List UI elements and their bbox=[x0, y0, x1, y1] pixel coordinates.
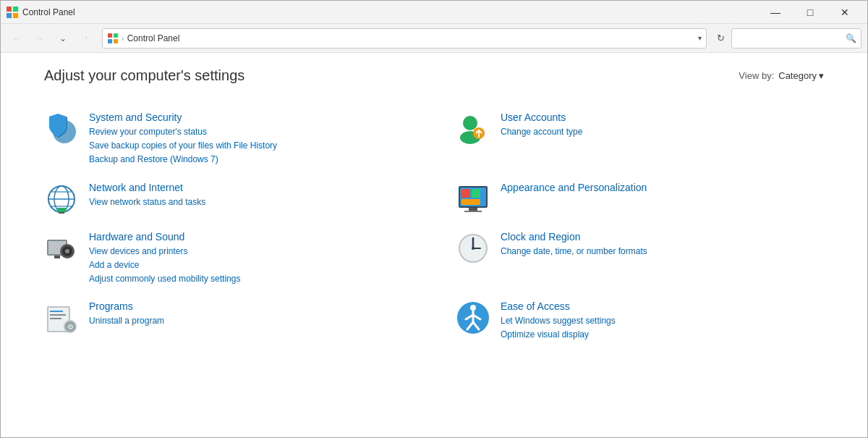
category-system-security[interactable]: System and Security Review your computer… bbox=[44, 104, 412, 174]
ease-of-access-link-2[interactable]: Optimize visual display bbox=[501, 328, 616, 342]
category-ease-of-access[interactable]: Ease of Access Let Windows suggest setti… bbox=[456, 293, 824, 349]
svg-rect-24 bbox=[469, 208, 477, 211]
svg-text:⚙: ⚙ bbox=[67, 323, 74, 331]
address-text: Control Panel bbox=[127, 33, 695, 43]
category-clock-region[interactable]: Clock and Region Change date, time, or n… bbox=[456, 224, 824, 294]
network-internet-content: Network and Internet View network status… bbox=[89, 182, 205, 209]
main-window: Control Panel — □ ✕ ← → ⌄ ↑ › Control Pa… bbox=[0, 0, 868, 438]
network-internet-title[interactable]: Network and Internet bbox=[89, 182, 205, 193]
svg-rect-39 bbox=[50, 311, 63, 312]
svg-rect-18 bbox=[59, 212, 64, 214]
address-icon bbox=[107, 33, 119, 44]
svg-rect-0 bbox=[7, 7, 12, 12]
user-accounts-icon bbox=[456, 111, 490, 146]
svg-point-30 bbox=[65, 249, 69, 253]
category-programs[interactable]: ⚙ Programs Uninstall a program bbox=[44, 293, 412, 349]
categories-grid: System and Security Review your computer… bbox=[44, 104, 824, 350]
view-by-control: View by: Category ▾ bbox=[739, 70, 824, 81]
back-button[interactable]: ← bbox=[7, 28, 27, 49]
appearance-content: Appearance and Personalization bbox=[501, 182, 647, 195]
ease-of-access-content: Ease of Access Let Windows suggest setti… bbox=[501, 300, 616, 342]
title-bar: Control Panel — □ ✕ bbox=[1, 1, 867, 24]
svg-rect-2 bbox=[7, 13, 12, 18]
category-hardware-sound[interactable]: Hardware and Sound View devices and prin… bbox=[44, 224, 412, 294]
up-button[interactable]: ↑ bbox=[76, 28, 96, 49]
programs-icon: ⚙ bbox=[44, 300, 79, 335]
category-network-internet[interactable]: Network and Internet View network status… bbox=[44, 174, 412, 224]
search-bar[interactable]: 🔍 bbox=[731, 28, 861, 49]
programs-title[interactable]: Programs bbox=[89, 300, 164, 312]
page-header: Adjust your computer's settings View by:… bbox=[44, 67, 824, 84]
page-title: Adjust your computer's settings bbox=[44, 67, 244, 84]
address-separator: › bbox=[122, 34, 124, 43]
appearance-title[interactable]: Appearance and Personalization bbox=[501, 182, 647, 193]
forward-button[interactable]: → bbox=[30, 28, 50, 49]
search-input[interactable] bbox=[736, 33, 846, 43]
svg-rect-22 bbox=[472, 189, 480, 198]
programs-content: Programs Uninstall a program bbox=[89, 300, 164, 328]
system-security-content: System and Security Review your computer… bbox=[89, 111, 277, 167]
clock-region-link-1[interactable]: Change date, time, or number formats bbox=[501, 245, 647, 258]
svg-rect-4 bbox=[108, 33, 112, 38]
window-title: Control Panel bbox=[22, 7, 759, 17]
maximize-button[interactable]: □ bbox=[793, 1, 827, 24]
hardware-sound-title[interactable]: Hardware and Sound bbox=[89, 231, 240, 243]
network-internet-icon bbox=[44, 182, 79, 216]
system-security-icon bbox=[44, 111, 79, 146]
user-accounts-title[interactable]: User Accounts bbox=[501, 111, 582, 123]
ease-of-access-link-1[interactable]: Let Windows suggest settings bbox=[501, 314, 616, 328]
svg-rect-31 bbox=[54, 256, 60, 258]
hardware-sound-content: Hardware and Sound View devices and prin… bbox=[89, 231, 240, 287]
close-button[interactable]: ✕ bbox=[828, 1, 861, 24]
search-icon: 🔍 bbox=[846, 33, 856, 43]
user-accounts-link-1[interactable]: Change account type bbox=[501, 125, 582, 139]
clock-region-content: Clock and Region Change date, time, or n… bbox=[501, 231, 647, 258]
ease-of-access-icon bbox=[456, 300, 490, 335]
svg-point-36 bbox=[472, 247, 475, 250]
system-security-link-2[interactable]: Save backup copies of your files with Fi… bbox=[89, 139, 277, 153]
clock-region-icon bbox=[456, 231, 490, 266]
ease-of-access-title[interactable]: Ease of Access bbox=[501, 300, 616, 312]
svg-rect-5 bbox=[114, 33, 118, 38]
hardware-sound-link-3[interactable]: Adjust commonly used mobility settings bbox=[89, 272, 240, 286]
svg-rect-1 bbox=[13, 7, 18, 12]
svg-point-9 bbox=[463, 116, 477, 130]
svg-rect-7 bbox=[114, 39, 118, 43]
svg-rect-17 bbox=[57, 208, 66, 212]
window-controls: — □ ✕ bbox=[759, 1, 861, 24]
svg-rect-6 bbox=[108, 39, 112, 43]
system-security-link-3[interactable]: Backup and Restore (Windows 7) bbox=[89, 153, 277, 167]
svg-rect-3 bbox=[13, 13, 18, 18]
main-content: Adjust your computer's settings View by:… bbox=[1, 53, 867, 437]
svg-rect-23 bbox=[461, 199, 480, 205]
view-by-label: View by: bbox=[739, 70, 774, 81]
clock-region-title[interactable]: Clock and Region bbox=[501, 231, 647, 243]
category-user-accounts[interactable]: User Accounts Change account type bbox=[456, 104, 824, 174]
network-internet-link-1[interactable]: View network status and tasks bbox=[89, 195, 205, 209]
category-appearance[interactable]: Appearance and Personalization bbox=[456, 174, 824, 224]
app-icon bbox=[7, 7, 18, 18]
minimize-button[interactable]: — bbox=[759, 1, 792, 24]
system-security-title[interactable]: System and Security bbox=[89, 111, 277, 123]
address-dropdown-button[interactable]: ▾ bbox=[698, 34, 702, 42]
hardware-sound-link-2[interactable]: Add a device bbox=[89, 258, 240, 272]
system-security-link-1[interactable]: Review your computer's status bbox=[89, 125, 277, 139]
programs-link-1[interactable]: Uninstall a program bbox=[89, 314, 164, 328]
hardware-sound-link-1[interactable]: View devices and printers bbox=[89, 245, 240, 258]
recent-button[interactable]: ⌄ bbox=[53, 28, 73, 49]
user-accounts-content: User Accounts Change account type bbox=[501, 111, 582, 139]
refresh-button[interactable]: ↻ bbox=[712, 30, 728, 46]
svg-rect-21 bbox=[461, 189, 470, 198]
svg-rect-25 bbox=[464, 211, 482, 212]
view-by-value[interactable]: Category ▾ bbox=[778, 70, 824, 81]
hardware-sound-icon bbox=[44, 231, 79, 266]
svg-rect-40 bbox=[50, 314, 66, 316]
nav-bar: ← → ⌄ ↑ › Control Panel ▾ ↻ 🔍 bbox=[1, 24, 867, 53]
address-bar[interactable]: › Control Panel ▾ bbox=[102, 28, 707, 49]
svg-rect-41 bbox=[50, 318, 61, 319]
appearance-icon bbox=[456, 182, 490, 216]
